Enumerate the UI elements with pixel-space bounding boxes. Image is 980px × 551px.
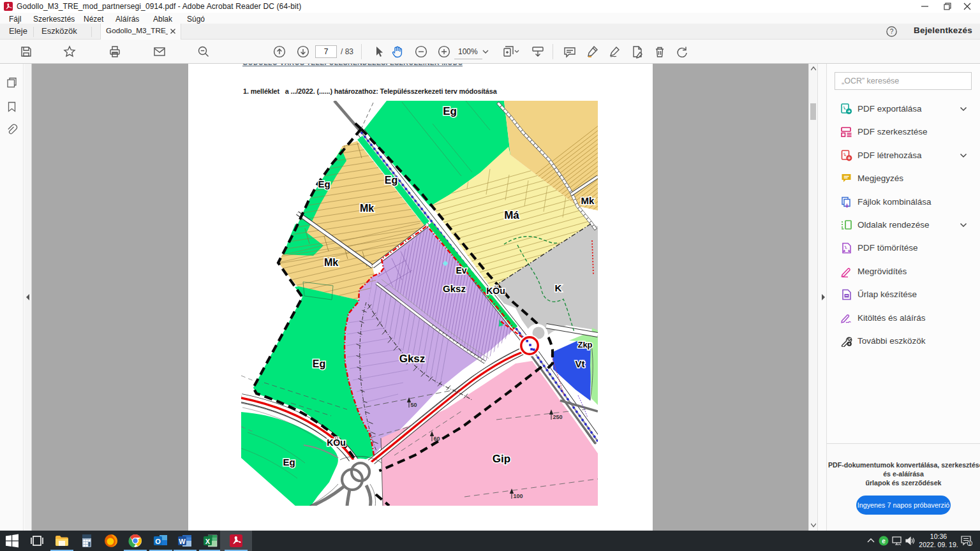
svg-text:Mk: Mk (324, 257, 338, 268)
svg-text:Zkp: Zkp (577, 340, 592, 349)
svg-text:Gksz: Gksz (443, 283, 466, 294)
svg-text:Mk: Mk (360, 203, 374, 214)
svg-text:O: O (155, 538, 161, 545)
svg-text:K: K (555, 283, 562, 293)
svg-text:60: 60 (434, 436, 440, 442)
svg-text:250: 250 (553, 414, 563, 420)
svg-text:W: W (179, 538, 186, 545)
svg-text:Mk: Mk (581, 195, 595, 206)
svg-text:Gip: Gip (493, 453, 510, 465)
svg-text:Ev: Ev (456, 265, 466, 276)
svg-text:Gksz: Gksz (399, 353, 426, 365)
svg-text:Eg: Eg (443, 105, 457, 117)
svg-text:50: 50 (411, 402, 417, 408)
svg-text:1: 1 (969, 541, 971, 546)
svg-text:100: 100 (514, 493, 523, 499)
svg-text:e: e (882, 538, 886, 545)
svg-text:Eg: Eg (318, 179, 330, 189)
svg-text:Eg: Eg (283, 457, 295, 467)
svg-text:Vt: Vt (575, 358, 585, 369)
svg-text:Eg: Eg (313, 358, 325, 369)
svg-text:Eg: Eg (385, 175, 397, 186)
svg-text:Má: Má (504, 209, 519, 221)
svg-text:?: ? (890, 28, 894, 35)
svg-text:KÖu: KÖu (327, 437, 346, 448)
svg-text:KÖu: KÖu (486, 286, 505, 296)
svg-text:X: X (205, 538, 211, 545)
